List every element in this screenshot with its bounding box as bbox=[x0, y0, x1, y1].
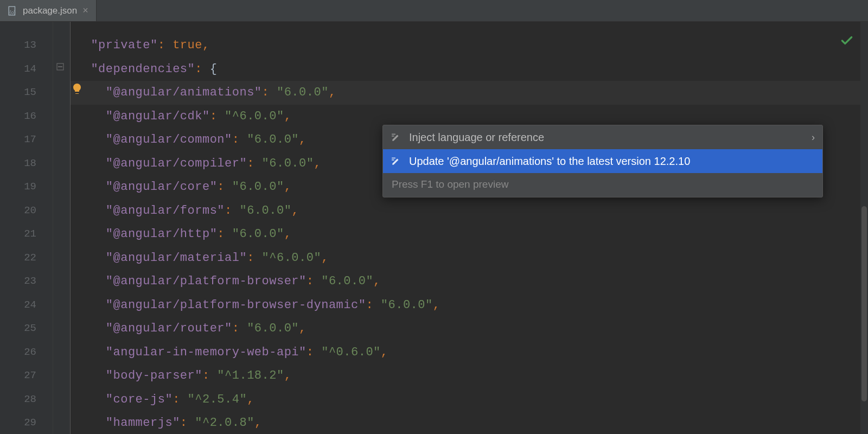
code-line[interactable]: "@angular/http": "6.0.0", bbox=[71, 222, 868, 246]
line-number: 25 bbox=[0, 317, 53, 341]
code-line[interactable]: "@angular/router": "6.0.0", bbox=[71, 317, 868, 341]
chevron-right-icon: › bbox=[812, 132, 815, 143]
scrollbar-thumb[interactable] bbox=[861, 206, 867, 401]
code-line[interactable]: "private": true, bbox=[71, 34, 868, 58]
line-number: 21 bbox=[0, 222, 53, 246]
code-line[interactable]: "core-js": "^2.5.4", bbox=[71, 388, 868, 412]
close-icon[interactable]: × bbox=[82, 5, 88, 16]
intention-item-label: Update '@angular/animations' to the late… bbox=[409, 155, 815, 168]
intention-item-label: Inject language or reference bbox=[409, 131, 804, 144]
line-number-gutter: 1314151617181920212223242526272829 bbox=[0, 22, 53, 434]
edit-icon bbox=[391, 132, 401, 143]
line-number: 15 bbox=[0, 81, 53, 105]
line-number: 20 bbox=[0, 199, 53, 223]
line-number: 19 bbox=[0, 175, 53, 199]
svg-text:{o}: {o} bbox=[9, 9, 15, 15]
code-area[interactable]: "private": true, "dependencies": { "@ang… bbox=[71, 22, 868, 434]
intention-item[interactable]: Update '@angular/animations' to the late… bbox=[383, 149, 822, 173]
code-line[interactable]: "@angular/platform-browser-dynamic": "6.… bbox=[71, 293, 868, 317]
code-line[interactable]: "@angular/platform-browser": "6.0.0", bbox=[71, 270, 868, 293]
line-number: 22 bbox=[0, 246, 53, 270]
line-number: 14 bbox=[0, 58, 53, 81]
line-number: 26 bbox=[0, 341, 53, 365]
tab-bar: {o} package.json × bbox=[0, 0, 868, 22]
code-line[interactable]: "angular-in-memory-web-api": "^0.6.0", bbox=[71, 341, 868, 365]
fold-icon[interactable] bbox=[56, 63, 64, 73]
code-line[interactable]: "@angular/animations": "6.0.0", bbox=[71, 81, 868, 105]
line-number: 18 bbox=[0, 152, 53, 176]
code-line[interactable]: "@angular/forms": "6.0.0", bbox=[71, 199, 868, 223]
tab-package-json[interactable]: {o} package.json × bbox=[0, 0, 97, 21]
editor: 1314151617181920212223242526272829 "priv… bbox=[0, 22, 868, 434]
code-line[interactable]: "hammerjs": "^2.0.8", bbox=[71, 411, 868, 434]
line-number: 24 bbox=[0, 293, 53, 317]
tab-label: package.json bbox=[23, 5, 77, 16]
line-number: 16 bbox=[0, 105, 53, 129]
line-number: 29 bbox=[0, 411, 53, 434]
intention-popup: Inject language or reference›Update '@an… bbox=[382, 125, 823, 197]
json-file-icon: {o} bbox=[8, 6, 17, 16]
inspection-ok-icon[interactable] bbox=[840, 34, 854, 52]
code-line[interactable]: "dependencies": { bbox=[71, 58, 868, 81]
line-number: 17 bbox=[0, 128, 53, 152]
fold-gutter bbox=[53, 22, 71, 434]
lightbulb-icon[interactable] bbox=[71, 82, 84, 95]
intention-item[interactable]: Inject language or reference› bbox=[383, 125, 822, 149]
line-number: 28 bbox=[0, 388, 53, 412]
line-number: 23 bbox=[0, 270, 53, 293]
popup-footer: Press F1 to open preview bbox=[383, 173, 822, 197]
edit-icon bbox=[391, 156, 401, 167]
line-number: 27 bbox=[0, 364, 53, 388]
scrollbar-track[interactable] bbox=[860, 22, 868, 434]
code-line[interactable]: "@angular/material": "^6.0.0", bbox=[71, 246, 868, 270]
code-line[interactable]: "body-parser": "^1.18.2", bbox=[71, 364, 868, 388]
line-number: 13 bbox=[0, 34, 53, 58]
